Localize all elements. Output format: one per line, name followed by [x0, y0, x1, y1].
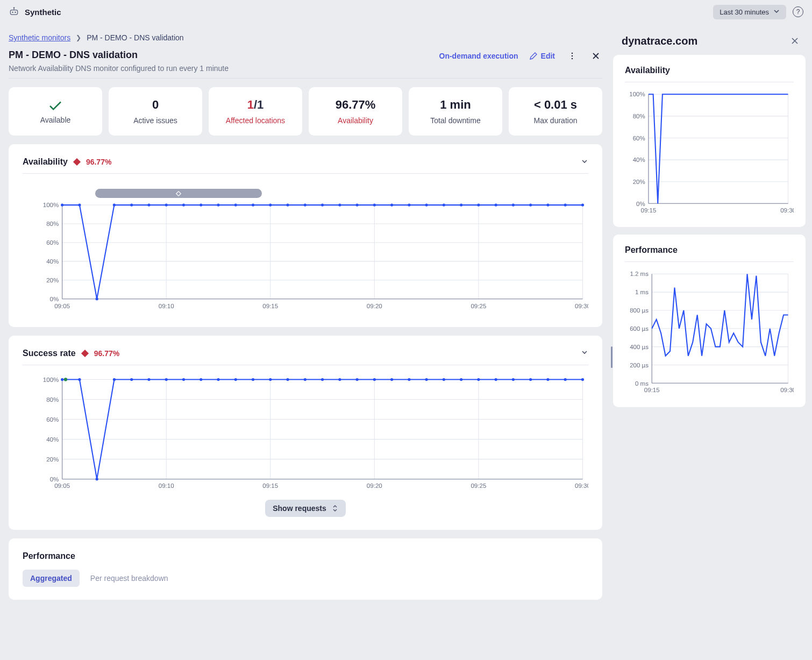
- ondemand-button[interactable]: On-demand execution: [439, 52, 518, 60]
- svg-point-102: [234, 378, 237, 381]
- svg-point-51: [338, 203, 341, 206]
- breadcrumb-current: PM - DEMO - DNS validation: [87, 33, 183, 42]
- svg-point-37: [96, 297, 98, 300]
- svg-text:400 µs: 400 µs: [630, 344, 649, 350]
- svg-text:0 ms: 0 ms: [635, 380, 649, 387]
- svg-point-60: [495, 203, 497, 206]
- svg-point-42: [182, 203, 185, 206]
- svg-point-114: [443, 378, 445, 381]
- svg-text:80%: 80%: [46, 396, 59, 403]
- svg-text:40%: 40%: [46, 436, 59, 443]
- svg-point-47: [269, 203, 272, 206]
- svg-point-119: [529, 378, 532, 381]
- svg-point-58: [460, 203, 462, 206]
- timeframe-selector[interactable]: Last 30 minutes: [713, 5, 786, 19]
- svg-point-92: [61, 378, 63, 381]
- svg-point-6: [572, 55, 573, 57]
- svg-text:09:30: 09:30: [780, 207, 794, 214]
- svg-point-50: [321, 203, 324, 206]
- svg-point-57: [443, 203, 445, 206]
- sidebar-availability-chart[interactable]: 0%20%40%60%80%100%09:1509:30: [625, 91, 794, 215]
- help-icon[interactable]: ?: [793, 6, 803, 17]
- collapse-toggle[interactable]: [581, 349, 588, 358]
- svg-point-100: [200, 378, 202, 381]
- svg-point-99: [182, 378, 185, 381]
- sidebar-close-button[interactable]: [788, 34, 801, 47]
- svg-text:0%: 0%: [50, 296, 59, 302]
- svg-text:09:15: 09:15: [644, 387, 660, 393]
- close-icon: [592, 52, 600, 60]
- show-requests-button[interactable]: Show requests: [265, 500, 346, 517]
- app-icon: [9, 6, 19, 17]
- sidebar-performance-chart[interactable]: 0 ms200 µs400 µs600 µs800 µs1 ms1.2 ms09…: [625, 271, 794, 394]
- problem-band[interactable]: [95, 189, 262, 198]
- svg-point-108: [338, 378, 341, 381]
- svg-text:09:30: 09:30: [575, 482, 588, 489]
- svg-point-120: [546, 378, 549, 381]
- breadcrumb-root[interactable]: Synthetic monitors: [9, 33, 70, 42]
- page-subtitle: Network Availability DNS monitor configu…: [9, 64, 229, 73]
- svg-point-44: [217, 203, 219, 206]
- svg-text:09:30: 09:30: [780, 387, 794, 393]
- kpi-downtime: 1 min Total downtime: [409, 87, 502, 136]
- breadcrumb: Synthetic monitors ❯ PM - DEMO - DNS val…: [9, 24, 602, 49]
- diamond-icon: [73, 158, 81, 166]
- dots-vertical-icon: [568, 52, 576, 60]
- svg-text:1 ms: 1 ms: [635, 289, 649, 296]
- svg-point-117: [495, 378, 497, 381]
- svg-point-2: [15, 12, 16, 13]
- tab-aggregated[interactable]: Aggregated: [23, 570, 80, 587]
- panel-availability: Availability 96.77% 0%20%40%60%80%100%09…: [9, 144, 602, 327]
- availability-chart[interactable]: 0%20%40%60%80%100%09:0509:1009:1509:2009…: [23, 182, 588, 313]
- svg-text:09:25: 09:25: [471, 482, 486, 489]
- svg-point-7: [572, 58, 573, 60]
- close-button[interactable]: [589, 49, 602, 62]
- sidebar-title: dynatrace.com: [622, 35, 697, 47]
- sort-icon: [332, 505, 338, 512]
- svg-text:20%: 20%: [633, 179, 645, 185]
- svg-text:09:15: 09:15: [262, 303, 278, 309]
- svg-point-61: [512, 203, 515, 206]
- svg-text:100%: 100%: [43, 377, 59, 383]
- panel-title: Availability: [23, 157, 68, 167]
- svg-text:0%: 0%: [50, 476, 59, 482]
- svg-text:09:10: 09:10: [159, 482, 174, 489]
- edit-button[interactable]: Edit: [529, 52, 555, 60]
- svg-text:80%: 80%: [46, 221, 59, 227]
- svg-rect-8: [176, 191, 181, 195]
- panel-title: Performance: [23, 551, 588, 561]
- svg-point-35: [61, 203, 63, 206]
- tab-per-request[interactable]: Per request breakdown: [83, 570, 176, 587]
- svg-point-98: [165, 378, 168, 381]
- sidebar-performance-card: Performance 0 ms200 µs400 µs600 µs800 µs…: [613, 235, 806, 407]
- panel-performance: Performance Aggregated Per request break…: [9, 538, 602, 600]
- svg-text:100%: 100%: [43, 202, 59, 208]
- svg-text:09:05: 09:05: [54, 303, 70, 309]
- resize-handle[interactable]: [611, 24, 613, 660]
- chevron-down-icon: [581, 158, 588, 165]
- svg-point-110: [373, 378, 376, 381]
- svg-point-48: [286, 203, 289, 206]
- close-icon: [791, 37, 799, 45]
- svg-point-103: [252, 378, 254, 381]
- svg-point-39: [130, 203, 133, 206]
- kpi-maxdur: < 0.01 s Max duration: [509, 87, 602, 136]
- svg-text:09:15: 09:15: [262, 482, 278, 489]
- svg-text:20%: 20%: [46, 456, 59, 463]
- timeframe-label: Last 30 minutes: [720, 8, 769, 16]
- collapse-toggle[interactable]: [581, 158, 588, 167]
- svg-point-54: [390, 203, 393, 206]
- kpi-available: Available: [9, 87, 102, 136]
- more-menu-button[interactable]: [566, 49, 579, 62]
- svg-point-45: [234, 203, 237, 206]
- svg-point-122: [581, 378, 584, 381]
- check-icon: [14, 98, 97, 116]
- app-title: Synthetic: [25, 8, 61, 17]
- svg-text:800 µs: 800 µs: [630, 307, 649, 314]
- svg-point-63: [546, 203, 549, 206]
- svg-point-1: [12, 12, 13, 13]
- svg-text:60%: 60%: [633, 135, 645, 141]
- svg-point-96: [130, 378, 133, 381]
- svg-text:60%: 60%: [46, 239, 59, 246]
- success-chart[interactable]: 0%20%40%60%80%100%09:0509:1009:1509:2009…: [23, 374, 588, 493]
